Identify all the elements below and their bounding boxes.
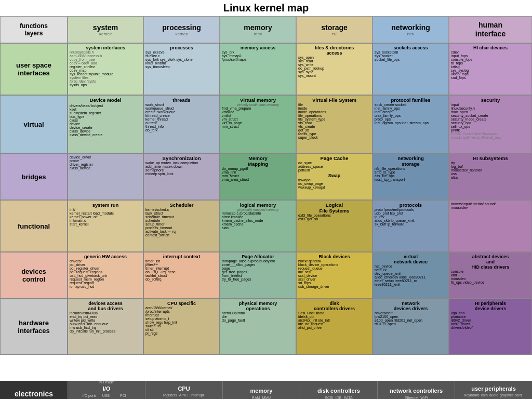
electronics-peripherals: user peripherals keyboard cam audio grap… <box>455 381 532 399</box>
electronics-bar: electronics I/O mem I/O I/O ports USBcon… <box>0 381 532 399</box>
electronics-io: I/O mem I/O I/O ports USBcontroller PCIc… <box>68 381 145 399</box>
system-virtual-cell: Device Model drivers/base/ kobject kset … <box>68 95 143 153</box>
system-devices-cell: generic HW access drivers/ pci_driver pc… <box>68 252 143 299</box>
storage-functional-cell: LogicalFile Systems ext3_file_operations… <box>296 200 373 252</box>
hi-bridges-cell: HI subsystems tty log_buf mousedev_handl… <box>449 153 532 200</box>
kernel-map: functions layers system kernel/ processi… <box>0 16 532 399</box>
processing-functional-cell: Scheduler kernel/sched.c task_struct sch… <box>143 200 220 252</box>
electronics-disk: disk controllers SCSI IDE SATA <box>300 381 377 399</box>
hardware-interfaces-label: hardwareinterfaces <box>0 299 68 355</box>
networking-bridges-cell: networkingstorage nfs_file_operations sm… <box>373 153 449 200</box>
memory-functional-cell: logical memory physically mapped memory … <box>220 200 296 252</box>
memory-userspace-cell: memory access sys_brk sys_mmap2 /proc/se… <box>220 43 296 95</box>
networking-functional-cell: protocols proto /proc/net/protocols udp_… <box>373 200 449 252</box>
electronics-items: I/O mem I/O I/O ports USBcontroller PCIc… <box>68 381 532 399</box>
processing-virtual-cell: threads work_struct workqueue_struct cre… <box>143 95 220 153</box>
hi-functional-cell: drivers/input/ media/ sound/ mousedev <box>449 200 532 252</box>
networking-header: networking net/ <box>373 16 449 43</box>
storage-bridges-cell: Page Cache do_sync address_space pdflush… <box>296 153 373 200</box>
system-userspace-cell: system interfaces linux/syscalls.h asm-i… <box>68 43 143 95</box>
networking-virtual-cell: protocol families sock_create socket ine… <box>373 95 449 153</box>
electronics-network: network controllers Ethernet WiFi <box>377 381 455 399</box>
electronics-label: electronics <box>0 381 68 399</box>
system-bridges-cell: device_driver probe driver_register clas… <box>68 153 143 200</box>
bridges-label: bridges <box>0 153 68 200</box>
networking-devices-cell: virtualnetwork device net_device netif_r… <box>373 252 449 299</box>
processing-header: processing kernel/ <box>143 16 220 43</box>
storage-userspace-cell: files & directoriesaccess sys_open sys_r… <box>296 43 373 95</box>
human-interface-header: humaninterface <box>449 16 532 43</box>
memory-header: memory mm/ <box>220 16 296 43</box>
processing-devices-cell: interrupt context timer_list jiffies++ t… <box>143 252 220 299</box>
storage-header: storage fs/ <box>296 16 373 43</box>
processing-bridges-cell: Synchronization wake_up mutex_lock compl… <box>143 153 220 200</box>
system-hardware-cell: devices accessand bus drivers include/as… <box>68 299 143 355</box>
hi-userspace-cell: HI char devices cdev input_fops console_… <box>449 43 532 95</box>
functions-layers-header: functions layers <box>0 16 68 43</box>
memory-devices-cell: Page Allocator mm/page_alloc.c /proc/bud… <box>220 252 296 299</box>
virtual-label: virtual <box>0 95 68 153</box>
devices-control-label: devicescontrol <box>0 252 68 299</box>
hi-hardware-cell: HI peripheralsdevice drivers vga_con psm… <box>449 299 532 355</box>
storage-virtual-cell: Virtual File System file inode inode_ope… <box>296 95 373 153</box>
memory-virtual-cell: Virtual memory virtually continuous memo… <box>220 95 296 153</box>
networking-userspace-cell: sockets access sys_socketcall sys_socket… <box>373 43 449 95</box>
processing-hardware-cell: CPU specific arch/i386/kernel/ /proc/int… <box>143 299 220 355</box>
user-space-label: user space interfaces <box>0 43 68 95</box>
storage-hardware-cell: diskcontrollers drivers Scsi_Host libata… <box>296 299 373 355</box>
memory-bridges-cell: MemoryMapping do_mmap_pgoff vma_link mm_… <box>220 153 296 200</box>
electronics-memory: memory RAM MMU <box>222 381 300 399</box>
system-functional-cell: system run init/ kernel_restart load_mod… <box>68 200 143 252</box>
hi-devices-cell: abstract devicesandHID class drivers con… <box>449 252 532 299</box>
processing-userspace-cell: processes sys_execve fs/exec.c sys_fork … <box>143 43 220 95</box>
memory-hardware-cell: physical memoryoperations arch/i386/mm/ … <box>220 299 296 355</box>
storage-devices-cell: Block devices block/ gendisk block_devic… <box>296 252 373 299</box>
functional-label: functional <box>0 200 68 252</box>
system-header: system kernel/ <box>68 16 143 43</box>
hi-virtual-cell: security input linux/security.h mav_open… <box>449 95 532 153</box>
networking-hardware-cell: networkdevices drivers drivers/net/ ipw2… <box>373 299 449 355</box>
page-title: Linux kernel map <box>0 0 532 16</box>
electronics-cpu: CPU registers APIC interruptcontroller <box>145 381 222 399</box>
